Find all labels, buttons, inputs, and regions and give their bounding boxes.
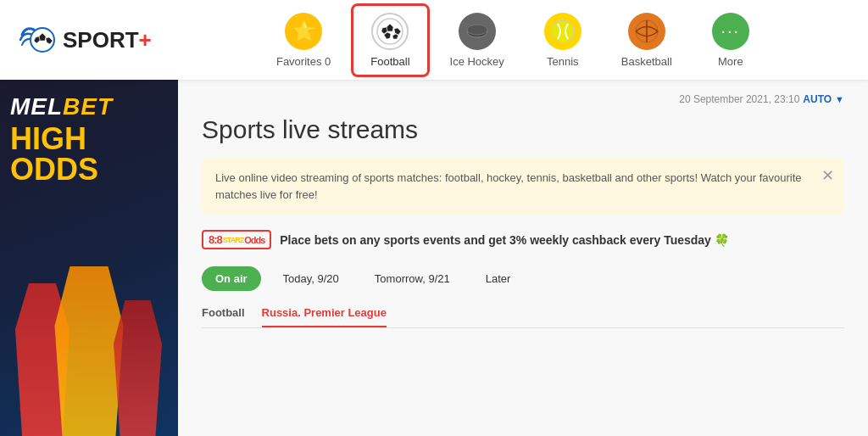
- nav-item-tennis[interactable]: Tennis: [525, 6, 601, 75]
- more-dots-icon: ···: [712, 13, 749, 50]
- nav-label-favorites: Favorites 0: [276, 55, 331, 68]
- category-tabs: Football Russia. Premier League: [202, 306, 844, 328]
- puck-icon: [459, 13, 496, 50]
- nav-item-ice-hockey[interactable]: Ice Hockey: [433, 6, 521, 75]
- basketball-icon: [628, 13, 665, 50]
- logo[interactable]: SPORT+: [17, 20, 152, 60]
- ad-high: HIGH: [10, 124, 86, 154]
- ad-odds: ODDS: [10, 154, 98, 185]
- header: SPORT+ ⭐ Favorites 0 Football: [0, 0, 868, 80]
- filter-tomorrow[interactable]: Tomorrow, 9/21: [361, 266, 464, 291]
- ad-banner[interactable]: MELBET HIGH ODDS: [0, 80, 178, 436]
- category-tab-football[interactable]: Football: [202, 306, 245, 327]
- promo-logo-text: 8:8: [209, 233, 222, 246]
- nav-label-basketball: Basketball: [621, 55, 672, 68]
- nav-item-more[interactable]: ··· More: [693, 6, 769, 75]
- ad-brand: MELBET: [10, 93, 113, 120]
- nav-label-football: Football: [370, 55, 409, 68]
- star-icon: ⭐: [285, 13, 322, 50]
- logo-label: SPORT+: [63, 27, 152, 53]
- tennis-icon: [544, 13, 581, 50]
- promo-odds-text: Odds: [244, 235, 264, 245]
- page-title: Sports live streams: [202, 115, 844, 144]
- nav-item-basketball[interactable]: Basketball: [604, 6, 689, 75]
- promo-description: Place bets on any sports events and get …: [280, 233, 729, 247]
- svg-point-12: [552, 20, 574, 42]
- datetime-mode[interactable]: AUTO: [803, 93, 832, 105]
- nav-label-more: More: [718, 55, 743, 68]
- filter-today[interactable]: Today, 9/20: [270, 266, 353, 291]
- filter-on-air[interactable]: On air: [202, 266, 261, 291]
- ad-players: [0, 232, 178, 436]
- info-text: Live online video streaming of sports ma…: [215, 171, 802, 201]
- datetime-text: 20 September 2021, 23:10: [679, 93, 799, 105]
- info-banner: Live online video streaming of sports ma…: [202, 158, 844, 215]
- main-layout: MELBET HIGH ODDS 20 September 2021, 23:1…: [0, 80, 868, 436]
- tennis-svg: [549, 18, 576, 45]
- football-svg: [376, 17, 404, 46]
- promo-starz-text: STARZ: [223, 236, 243, 244]
- sidebar: MELBET HIGH ODDS: [0, 80, 178, 436]
- chevron-down-icon[interactable]: ▼: [835, 94, 844, 104]
- content-area: 20 September 2021, 23:10 AUTO ▼ Sports l…: [178, 80, 868, 436]
- nav-label-tennis: Tennis: [547, 55, 579, 68]
- promo-banner: 8:8 STARZ Odds Place bets on any sports …: [202, 230, 844, 249]
- logo-icon: [17, 20, 58, 60]
- puck-svg: [464, 18, 491, 45]
- filter-later[interactable]: Later: [472, 266, 525, 291]
- svg-point-11: [467, 25, 487, 35]
- category-tab-russia-premier[interactable]: Russia. Premier League: [262, 306, 387, 327]
- basketball-svg: [633, 18, 660, 45]
- promo-logo[interactable]: 8:8 STARZ Odds: [202, 230, 271, 249]
- datetime-row: 20 September 2021, 23:10 AUTO ▼: [202, 93, 844, 105]
- close-icon[interactable]: ✕: [821, 168, 834, 183]
- filter-tabs: On air Today, 9/20 Tomorrow, 9/21 Later: [202, 266, 844, 291]
- nav-item-favorites[interactable]: ⭐ Favorites 0: [259, 6, 348, 75]
- nav: ⭐ Favorites 0 Football: [177, 3, 851, 77]
- football-icon: [371, 13, 409, 50]
- nav-label-ice-hockey: Ice Hockey: [450, 55, 504, 68]
- nav-item-football[interactable]: Football: [351, 3, 429, 77]
